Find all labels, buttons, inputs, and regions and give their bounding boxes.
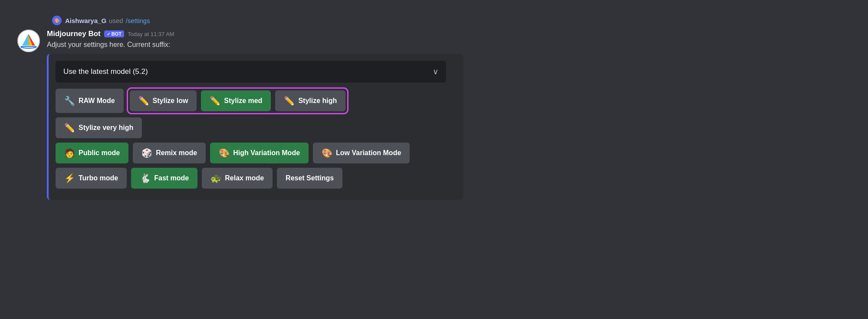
pencil-low-icon: ✏️	[138, 96, 149, 106]
raw-mode-label: RAW Mode	[79, 97, 115, 105]
bot-header: Midjourney Bot ✓ BOT Today at 11:37 AM	[47, 30, 851, 38]
pencil-very-high-icon: ✏️	[64, 123, 75, 133]
bot-content: Midjourney Bot ✓ BOT Today at 11:37 AM A…	[47, 30, 851, 200]
stylize-group: ✏️ Stylize low ✏️ Stylize med ✏️ Stylize…	[128, 89, 348, 113]
bot-timestamp: Today at 11:37 AM	[128, 31, 174, 37]
model-dropdown[interactable]: Use the latest model (5.2) ∨	[56, 61, 446, 83]
stylize-med-label: Stylize med	[224, 97, 262, 105]
lightning-icon: ⚡	[64, 173, 75, 183]
pencil-med-icon: ✏️	[210, 96, 220, 106]
checkmark-icon: ✓	[107, 32, 110, 37]
stylize-low-label: Stylize low	[153, 97, 188, 105]
stylize-high-button[interactable]: ✏️ Stylize high	[275, 90, 345, 111]
row1-buttons: 🔧 RAW Mode ✏️ Stylize low ✏️ Stylize med	[56, 89, 457, 113]
bot-message: Adjust your settings here. Current suffi…	[47, 41, 851, 49]
user-avatar-small: 🎨	[52, 16, 62, 25]
user-avatar-emoji: 🎨	[54, 18, 59, 23]
bot-badge-label: BOT	[112, 31, 122, 37]
turbo-mode-button[interactable]: ⚡ Turbo mode	[56, 168, 127, 189]
embed-card: Use the latest model (5.2) ∨ 🔧 RAW Mode …	[47, 54, 464, 200]
fast-mode-label: Fast mode	[154, 174, 189, 182]
stylize-very-high-button[interactable]: ✏️ Stylize very high	[56, 117, 142, 138]
high-variation-mode-label: High Variation Mode	[233, 149, 300, 157]
low-variation-mode-button[interactable]: 🎨 Low Variation Mode	[313, 143, 410, 163]
reset-settings-button[interactable]: Reset Settings	[277, 168, 342, 189]
raw-mode-button[interactable]: 🔧 RAW Mode	[56, 89, 124, 113]
stylize-high-label: Stylize high	[298, 97, 337, 105]
message-container: 🎨 Aishwarya_G used /settings Midjourney …	[9, 9, 859, 207]
user-line: 🎨 Aishwarya_G used /settings	[17, 16, 851, 25]
high-variation-mode-button[interactable]: 🎨 High Variation Mode	[210, 143, 309, 163]
rabbit-icon: 🐇	[140, 173, 151, 183]
bot-row: Midjourney Bot ✓ BOT Today at 11:37 AM A…	[17, 30, 851, 200]
row4-buttons: ⚡ Turbo mode 🐇 Fast mode 🐢 Relax mode Re…	[56, 168, 457, 189]
dice-icon: 🎲	[141, 148, 152, 158]
bot-name: Midjourney Bot	[47, 30, 101, 38]
dropdown-label: Use the latest model (5.2)	[63, 67, 148, 76]
remix-mode-label: Remix mode	[156, 149, 197, 157]
stylize-low-button[interactable]: ✏️ Stylize low	[130, 90, 197, 111]
low-variation-mode-label: Low Variation Mode	[336, 149, 401, 157]
palette-low-icon: 🎨	[322, 148, 332, 158]
reset-settings-label: Reset Settings	[286, 174, 334, 182]
stylize-med-button[interactable]: ✏️ Stylize med	[201, 90, 271, 111]
wrench-icon: 🔧	[64, 96, 75, 106]
row3-buttons: 🧑 Public mode 🎲 Remix mode 🎨 High Variat…	[56, 143, 457, 163]
palette-high-icon: 🎨	[219, 148, 230, 158]
stylize-very-high-label: Stylize very high	[79, 124, 133, 132]
bot-avatar	[17, 30, 40, 52]
remix-mode-button[interactable]: 🎲 Remix mode	[133, 143, 206, 163]
turtle-icon: 🐢	[210, 173, 221, 183]
turbo-mode-label: Turbo mode	[79, 174, 118, 182]
used-text: used	[109, 17, 123, 24]
fast-mode-button[interactable]: 🐇 Fast mode	[131, 168, 197, 189]
bot-badge: ✓ BOT	[104, 30, 124, 37]
chevron-down-icon: ∨	[433, 67, 438, 76]
user-name: Aishwarya_G	[65, 17, 106, 24]
row2-buttons: ✏️ Stylize very high	[56, 117, 457, 138]
command-text: /settings	[126, 17, 150, 24]
public-mode-label: Public mode	[79, 149, 120, 157]
public-mode-button[interactable]: 🧑 Public mode	[56, 143, 128, 163]
relax-mode-label: Relax mode	[225, 174, 264, 182]
pencil-high-icon: ✏️	[284, 96, 295, 106]
relax-mode-button[interactable]: 🐢 Relax mode	[202, 168, 273, 189]
person-icon: 🧑	[64, 148, 75, 158]
